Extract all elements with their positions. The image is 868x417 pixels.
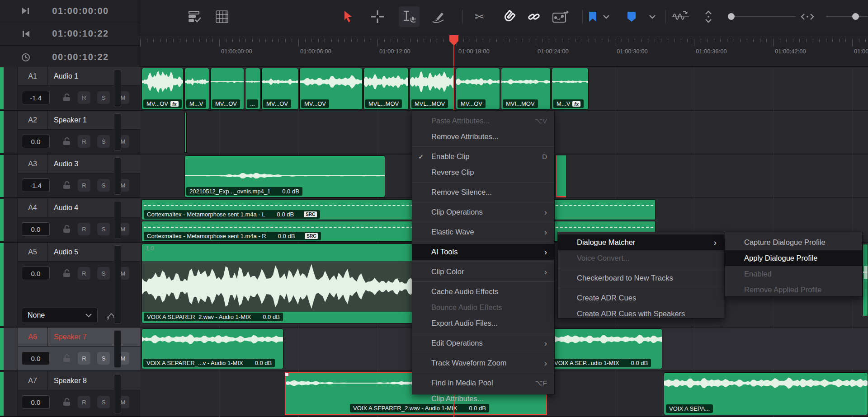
horizontal-zoom-slider[interactable] xyxy=(826,16,868,17)
track-header-a6[interactable]: A6Speaker 70.0RSM xyxy=(0,328,140,371)
menu-item[interactable]: Voice Convert... xyxy=(558,250,724,266)
menu-item[interactable]: Find in Media Pool⌥F xyxy=(412,375,554,391)
playhead-line[interactable] xyxy=(453,44,454,67)
timecode-value[interactable]: 00:00:10:22 xyxy=(35,52,126,62)
track-number[interactable]: A1 xyxy=(18,67,47,85)
horizontal-zoom-button[interactable] xyxy=(798,6,816,27)
razor-tool-button[interactable]: ✂ xyxy=(469,6,490,27)
audio-clip[interactable]: 20210512_Exp..._ovnis.mp4_10.0 dB xyxy=(184,155,385,197)
menu-item[interactable]: Dialogue Matcher› xyxy=(558,234,724,250)
track-drag-handle[interactable] xyxy=(4,67,18,110)
trim-edit-tool-button[interactable] xyxy=(367,6,388,27)
audio-clip[interactable]: MV...OV xyxy=(456,68,500,110)
track-grid-button[interactable] xyxy=(212,6,232,27)
menu-item[interactable]: Apply Dialogue Profile xyxy=(725,250,862,266)
lock-icon[interactable] xyxy=(61,353,72,364)
lock-icon[interactable] xyxy=(61,268,72,279)
waveform-zoom-button[interactable] xyxy=(670,6,691,27)
track-number[interactable]: A7 xyxy=(18,371,47,390)
timeline-ruler[interactable]: 01:00:00:0001:00:06:0001:00:12:0001:00:1… xyxy=(140,35,868,67)
range-selection-tool-button[interactable] xyxy=(399,6,420,27)
track-name[interactable]: Audio 1 xyxy=(47,67,140,85)
audio-clip[interactable]: MV...OV xyxy=(210,68,244,110)
track-name[interactable]: Audio 3 xyxy=(47,155,140,173)
lock-icon[interactable] xyxy=(61,180,72,191)
menu-item[interactable]: Track Waveform Zoom› xyxy=(412,355,554,371)
track-gain-value[interactable]: 0.0 xyxy=(22,135,50,148)
track-header-a7[interactable]: A7Speaker 80.0RSM xyxy=(0,371,140,417)
menu-item[interactable]: Elastic Wave› xyxy=(412,224,554,240)
track-drag-handle[interactable] xyxy=(4,111,18,154)
audio-clip[interactable]: VOIX A SEPA... xyxy=(664,372,868,415)
timecode-row-position[interactable]: 01:00:10:22 xyxy=(0,22,140,46)
track-drag-handle[interactable] xyxy=(4,243,18,327)
track-record-arm-button[interactable]: R xyxy=(78,135,90,148)
track-header-a2[interactable]: A2Speaker 10.0RSM xyxy=(0,111,140,155)
audio-clip[interactable]: MV...OV xyxy=(261,68,298,110)
lock-icon[interactable] xyxy=(61,224,72,234)
track-record-arm-button[interactable]: R xyxy=(78,352,90,365)
snapping-button[interactable] xyxy=(499,6,519,27)
audio-clip[interactable]: ... xyxy=(245,68,260,110)
menu-item[interactable]: Edit Operations› xyxy=(412,335,554,351)
track-name[interactable]: Speaker 1 xyxy=(47,111,140,129)
track-record-arm-button[interactable]: R xyxy=(78,267,90,280)
track-header-a1[interactable]: A1Audio 1-1.4RSM xyxy=(0,67,140,111)
track-solo-button[interactable]: S xyxy=(97,267,110,280)
audio-clip[interactable]: M...Vfx xyxy=(552,68,589,110)
track-header-a3[interactable]: A3Audio 3-1.4RSM xyxy=(0,155,140,198)
track-gain-value[interactable]: 0.0 xyxy=(22,222,50,236)
selection-tool-button[interactable] xyxy=(338,6,359,27)
track-gain-value[interactable]: 0.0 xyxy=(22,267,50,280)
track-header-a5[interactable]: A5Audio 50.0RSMNone xyxy=(0,243,140,328)
lock-icon[interactable] xyxy=(61,136,72,147)
track-header-a4[interactable]: A4Audio 40.0RSM xyxy=(0,198,140,243)
playhead[interactable] xyxy=(449,35,458,46)
menu-item[interactable]: Cache Audio Effects xyxy=(412,284,554,300)
track-number[interactable]: A4 xyxy=(18,198,47,217)
track-drag-handle[interactable] xyxy=(4,155,18,197)
track-name[interactable]: Speaker 8 xyxy=(47,371,140,390)
track-solo-button[interactable]: S xyxy=(97,135,110,148)
vertical-zoom-button[interactable] xyxy=(701,6,716,27)
audio-clip[interactable]: M...V xyxy=(184,68,209,110)
menu-item[interactable]: ✓Enable ClipD xyxy=(412,149,554,164)
track-solo-button[interactable]: S xyxy=(97,179,110,192)
menu-item[interactable]: Create ADR Cues xyxy=(558,290,724,306)
marker-color-dropdown[interactable] xyxy=(646,6,658,27)
menu-item[interactable]: Reverse Clip xyxy=(412,164,554,180)
track-gain-value[interactable]: 0.0 xyxy=(22,395,50,409)
audio-clip[interactable]: VOIX A SEP...udio 1-MIX0.0 dB xyxy=(549,328,662,369)
horizontal-zoom-slider-knob[interactable] xyxy=(852,13,859,20)
menu-item[interactable]: Clip Operations› xyxy=(412,204,554,220)
timecode-value[interactable]: 01:00:00:00 xyxy=(35,6,126,16)
timecode-row-duration[interactable]: 01:00:00:00 xyxy=(0,0,140,22)
track-name[interactable]: Speaker 7 xyxy=(47,328,140,346)
track-solo-button[interactable]: S xyxy=(97,223,110,235)
track-gain-value[interactable]: -1.4 xyxy=(22,91,50,104)
audio-clip[interactable]: MV...OVfx xyxy=(142,68,184,110)
track-number[interactable]: A6 xyxy=(18,328,47,346)
audio-clip[interactable]: MVL...MOV xyxy=(410,68,455,110)
audio-clip-edge[interactable] xyxy=(184,112,187,153)
track-solo-button[interactable]: S xyxy=(97,352,110,365)
timecode-value[interactable]: 01:00:10:22 xyxy=(35,28,126,39)
track-record-arm-button[interactable]: R xyxy=(78,91,90,104)
menu-item[interactable]: Create ADR Cues with Speakers xyxy=(558,306,724,322)
menu-item[interactable]: Remove Applied Profile xyxy=(725,282,862,298)
track-record-arm-button[interactable]: R xyxy=(78,179,90,192)
menu-item[interactable]: Clip Attributes... xyxy=(412,391,554,407)
timecode-row-elapsed[interactable]: 00:00:10:22 xyxy=(0,46,140,69)
menu-item[interactable]: Paste Attributes...⌥V xyxy=(412,113,554,129)
pencil-tool-button[interactable] xyxy=(428,6,448,27)
menu-item[interactable]: Export Audio Files... xyxy=(412,315,554,331)
vertical-zoom-slider-knob[interactable] xyxy=(728,13,735,20)
track-number[interactable]: A2 xyxy=(18,111,47,129)
track-number[interactable]: A5 xyxy=(18,243,47,261)
menu-item[interactable]: AI Tools› xyxy=(412,244,554,260)
track-drag-handle[interactable] xyxy=(4,198,18,242)
lock-icon[interactable] xyxy=(61,397,72,408)
track-number[interactable]: A3 xyxy=(18,155,47,173)
audio-clip[interactable]: VOIX A SEPARER_...v - Audio 1-MIX0.0 dB xyxy=(142,328,283,369)
track-drag-handle[interactable] xyxy=(4,371,18,416)
